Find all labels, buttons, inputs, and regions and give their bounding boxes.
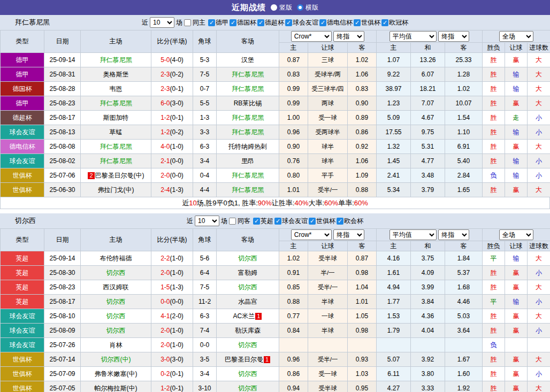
home-team[interactable]: 巴黎圣日尔曼(中) [95,172,144,179]
league-filter-checkbox[interactable]: ✓ [230,19,236,26]
league-filter-checkbox[interactable]: ✓ [274,218,281,225]
avg-away-odds: 1.92 [445,381,483,392]
result-goals: 小 [528,295,550,309]
layout-radio-horizontal[interactable]: 横版 [297,3,318,12]
away-team[interactable]: RB莱比锡 [234,99,262,107]
home-team[interactable]: 切尔西(中) [101,356,131,363]
result-wdl: 负 [483,168,505,183]
bookmaker-select[interactable]: Crow* [291,31,332,42]
fulltime-score: 0-2 [161,370,170,378]
away-team[interactable]: 里昂 [241,157,254,165]
average-select[interactable]: 平均值 [389,229,437,240]
league-filter-checkbox[interactable]: ✓ [285,19,292,26]
sub-header-goals: 进球数 [528,43,550,53]
score: 2-4(1-3) [151,183,193,197]
league-filter-checkbox[interactable]: ✓ [319,19,326,26]
home-team[interactable]: 拜仁慕尼黑 [100,143,132,150]
away-team[interactable]: 拜仁慕尼黑 [232,128,264,136]
same-venue-checkbox[interactable] [229,218,236,225]
home-team[interactable]: 斯图加特 [103,114,129,121]
league-filter-checkbox[interactable]: ✓ [257,19,264,26]
league-filter-checkbox[interactable]: ✓ [381,19,388,26]
radio-icon-horizontal[interactable] [297,4,303,11]
home-team[interactable]: 弗拉门戈(中) [98,186,134,194]
average-select[interactable]: 平均值 [389,31,437,42]
odds-home: 1.02 [279,251,308,266]
scope-select[interactable]: 全场 [499,229,533,240]
away-team[interactable]: 切尔西 [238,341,257,349]
home-team-cell: 切尔西 [81,266,151,280]
avg-draw-odds: 3.84 [411,295,445,309]
layout-radio-vertical[interactable]: 竖版 [271,3,292,12]
away-team[interactable]: 拜仁慕尼黑 [232,186,264,194]
away-team[interactable]: 切尔西 [238,385,257,392]
league-filter-checkbox[interactable]: ✓ [354,19,361,26]
away-team[interactable]: 拜仁慕尼黑 [232,85,264,93]
odds-time-select[interactable]: 终指 [333,31,364,42]
away-team[interactable]: 切尔西 [238,283,257,291]
odds-away: 1.09 [348,168,377,183]
result-goals: 大 [528,352,550,367]
bookmaker-select[interactable]: Crow* [291,229,332,240]
home-team[interactable]: 拜仁慕尼黑 [100,99,132,107]
summary-value: 90% [258,199,272,207]
league-filter-checkbox[interactable]: ✓ [208,19,215,26]
match-count-select[interactable]: 10 [195,216,219,226]
home-team[interactable]: 拜仁慕尼黑 [100,157,132,165]
away-team[interactable]: 水晶宫 [238,298,257,305]
home-team[interactable]: 肖林 [110,341,123,349]
league-filter-checkbox[interactable]: ✓ [253,218,260,225]
avg-home-odds: 1.79 [377,324,411,338]
home-team[interactable]: 切尔西 [106,327,126,334]
avg-away-odds: 1.65 [445,183,483,197]
home-team[interactable]: 切尔西 [106,298,126,305]
away-team[interactable]: 拜仁慕尼黑 [232,114,264,121]
league-filter-checkbox[interactable]: ✓ [337,218,343,225]
same-venue-checkbox[interactable] [184,19,191,26]
league-badge: 球会友谊 [1,338,44,352]
score: 0-2(0-1) [151,367,193,381]
results-table: 类型 日期 主场 比分(半场) 角球 客场 Crow* 终指 平均值 终指 全场 [0,228,550,392]
odds-away: 0.90 [348,96,377,111]
home-team[interactable]: 布伦特福德 [100,255,132,262]
result-handicap: 输 [505,125,528,140]
avg-time-select[interactable]: 终指 [438,31,469,42]
away-team[interactable]: 切尔西 [238,255,257,262]
league-filter-label: 欧会杯 [344,217,363,226]
sub-header-odds-away: 客 [348,241,377,251]
scope-select[interactable]: 全场 [499,31,533,42]
result-goals: 小 [528,111,550,125]
col-header-corner: 角球 [193,30,217,53]
away-team[interactable]: 富勒姆 [238,269,257,276]
away-team[interactable]: AC米兰 [233,312,255,320]
odds-time-select[interactable]: 终指 [333,229,364,240]
league-filter-checkbox[interactable]: ✓ [309,218,316,225]
home-team[interactable]: 草蜢 [110,128,123,136]
away-team-cell: 拜仁慕尼黑 [217,67,279,82]
home-team[interactable]: 弗鲁米嫩塞(中) [95,370,138,378]
result-goals: 大 [528,309,550,324]
corner-score: 0-0 [193,338,217,352]
away-team[interactable]: 拜仁慕尼黑 [232,71,264,78]
radio-icon-vertical[interactable] [271,4,277,11]
home-team[interactable]: 帕尔梅拉斯(中) [95,385,138,392]
home-team[interactable]: 韦恩 [110,85,123,93]
avg-time-select[interactable]: 终指 [438,229,469,240]
home-team-cell: 拜仁慕尼黑 [81,154,151,168]
corner-score: 7-5 [193,280,217,295]
away-team[interactable]: 汉堡 [241,56,254,64]
away-team[interactable]: 切尔西 [238,370,257,378]
away-team[interactable]: 巴黎圣日尔曼 [225,356,263,363]
home-team[interactable]: 切尔西 [106,269,126,276]
home-team[interactable]: 拜仁慕尼黑 [100,56,132,64]
match-count-select[interactable]: 10 [150,17,174,28]
away-team-cell: 里昂 [217,154,279,168]
home-team[interactable]: 切尔西 [106,312,126,320]
handicap: 受一球 [308,111,348,125]
result-wdl: 胜 [483,352,505,367]
away-team[interactable]: 勒沃库森 [235,327,261,334]
home-team[interactable]: 奥格斯堡 [103,71,129,78]
away-team[interactable]: 拜仁慕尼黑 [232,172,264,179]
home-team[interactable]: 西汉姆联 [103,283,129,291]
away-team[interactable]: 托特纳姆热刺 [228,143,267,150]
